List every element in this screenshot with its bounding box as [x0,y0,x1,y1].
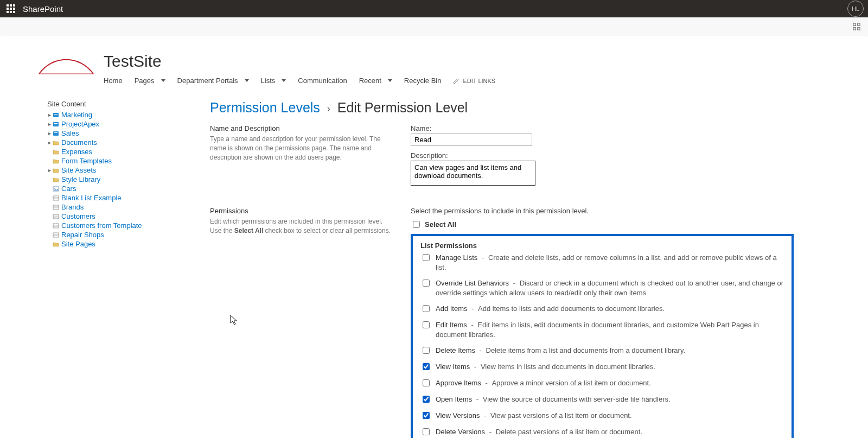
tree-item[interactable]: Expenses [47,147,210,156]
user-avatar[interactable]: HL [847,1,864,17]
nav-item[interactable]: Pages [135,77,165,85]
nav-item[interactable]: Lists [261,77,286,85]
tree-item-link[interactable]: Repair Shops [61,231,104,239]
chevron-down-icon [388,79,392,82]
tree-item-link[interactable]: Sales [61,129,79,137]
tree-item-link[interactable]: Style Library [61,175,100,183]
permission-checkbox[interactable] [423,254,430,261]
tree-item[interactable]: Style Library [47,175,210,184]
permission-checkbox[interactable] [423,305,430,312]
nav-item-label: Communication [298,77,347,85]
tree-item-link[interactable]: Cars [61,185,76,193]
tree-item[interactable]: Site Pages [47,239,210,249]
name-field-label: Name: [411,124,807,132]
permission-name: Delete Versions [436,428,485,436]
tree-item-link[interactable]: Customers from Template [61,221,142,230]
tree-item-link[interactable]: Brands [61,203,84,211]
svg-rect-12 [53,196,59,200]
tree-item[interactable]: Repair Shops [47,230,210,239]
tree-item[interactable]: Brands [47,202,210,212]
site-logo[interactable] [36,52,96,82]
tree-item-link[interactable]: Form Templates [61,157,112,165]
edit-links-button[interactable]: EDIT LINKS [453,78,495,84]
tree-item-link[interactable]: Marketing [61,111,92,119]
permission-item: Open Items - View the source of document… [420,395,784,404]
page-title: Permission Levels › Edit Permission Leve… [210,100,853,116]
permission-description: Delete past versions of a list item or d… [496,428,642,436]
nav-item-label: Home [104,77,123,85]
dash-separator: - [477,346,484,354]
body-wrap: Site Content ▸Marketing▸ProjectApex▸Sale… [4,90,864,438]
nav-item[interactable]: Home [104,77,123,85]
permission-checkbox[interactable] [423,379,430,386]
dash-separator: - [511,279,518,287]
permission-name: View Versions [436,411,480,420]
expand-icon[interactable]: ▸ [47,130,52,136]
permission-checkbox[interactable] [423,363,430,370]
site-content-tree: ▸Marketing▸ProjectApex▸Sales▸DocumentsEx… [47,110,210,249]
svg-rect-21 [53,224,59,228]
nav-item[interactable]: Department Portals [177,77,249,85]
permission-checkbox[interactable] [423,396,430,403]
tree-item-link[interactable]: Documents [61,138,97,147]
page-scroll-area[interactable]: TestSite HomePagesDepartment PortalsList… [4,36,864,438]
name-desc-section-help: Type a name and description for your per… [210,135,394,162]
focus-content-icon[interactable] [853,23,860,30]
expand-icon[interactable]: ▸ [47,121,52,127]
library-icon [53,167,59,174]
name-input[interactable] [411,134,532,146]
dash-separator: - [487,428,494,436]
breadcrumb-parent-link[interactable]: Permission Levels [210,100,320,115]
permission-name: Delete Items [436,346,475,354]
nav-item-label: Recent [359,77,381,85]
tree-item-link[interactable]: Customers [61,212,95,220]
tree-item[interactable]: Blank List Example [47,193,210,202]
tree-item[interactable]: ▸Site Assets [47,166,210,175]
library-icon [53,176,59,183]
expand-icon[interactable]: ▸ [47,167,52,173]
permission-checkbox[interactable] [423,280,430,287]
tree-item-link[interactable]: Site Pages [61,240,95,248]
tree-item[interactable]: ▸Marketing [47,110,210,119]
permission-name: View Items [436,363,470,371]
svg-rect-18 [53,214,59,219]
nav-item[interactable]: Recent [359,77,392,85]
tree-item-link[interactable]: Site Assets [61,166,96,174]
tree-item-link[interactable]: ProjectApex [61,120,99,128]
list-icon [53,204,59,211]
tree-item[interactable]: ▸ProjectApex [47,119,210,129]
permission-description: View the source of documents with server… [483,395,671,403]
svg-point-11 [54,188,55,189]
brand-label[interactable]: SharePoint [23,4,63,14]
library-icon [53,241,59,247]
tree-item-link[interactable]: Blank List Example [61,194,122,202]
select-all-checkbox[interactable] [413,221,420,228]
svg-rect-2 [853,28,856,30]
permission-checkbox[interactable] [423,412,430,419]
app-launcher-button[interactable] [2,0,20,17]
tree-item-link[interactable]: Expenses [61,148,92,156]
page-actions-bar [0,17,868,36]
tree-item[interactable]: Form Templates [47,156,210,166]
tree-item[interactable]: Customers [47,212,210,221]
svg-rect-1 [858,23,860,26]
description-field-label: Description: [411,151,807,160]
tree-item[interactable]: ▸Documents [47,138,210,147]
tree-item[interactable]: ▸Sales [47,129,210,138]
expand-icon[interactable]: ▸ [47,139,52,145]
permission-checkbox[interactable] [423,321,430,328]
nav-item[interactable]: Communication [298,77,347,85]
list-icon [53,213,59,220]
nav-item[interactable]: Recycle Bin [404,77,442,85]
tree-item[interactable]: Customers from Template [47,221,210,230]
permission-description: Approve a minor version of a list item o… [492,379,650,387]
permission-item: View Items - View items in lists and doc… [420,362,784,372]
library-icon [53,149,59,155]
dash-separator: - [483,379,490,387]
expand-icon[interactable]: ▸ [47,112,52,118]
description-textarea[interactable] [411,161,535,186]
site-title[interactable]: TestSite [104,52,495,70]
tree-item[interactable]: Cars [47,184,210,193]
permission-checkbox[interactable] [423,428,430,435]
permission-checkbox[interactable] [423,347,430,354]
